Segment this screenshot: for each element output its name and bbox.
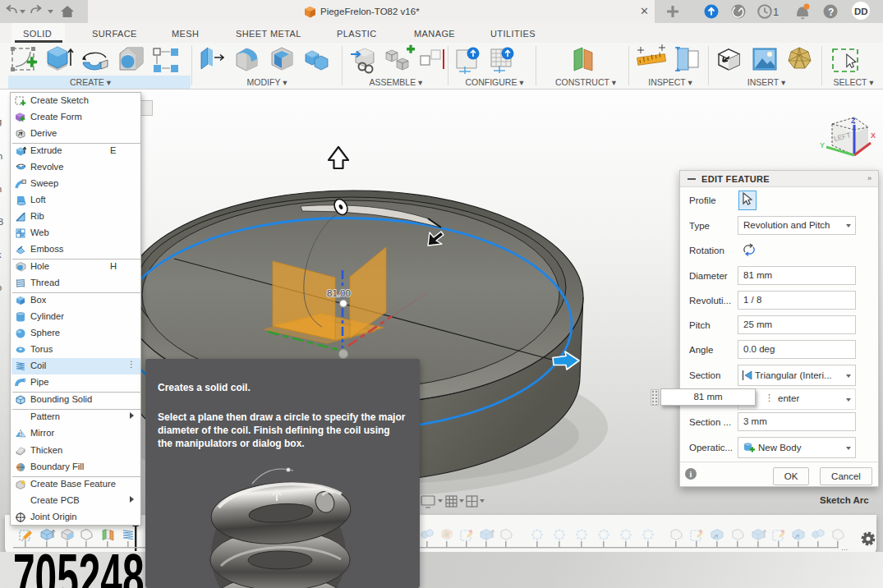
svg-text:...: ... (841, 543, 848, 552)
svg-text:X: X (871, 131, 876, 140)
svg-text:Y: Y (820, 141, 825, 149)
svg-text:DD: DD (854, 7, 868, 16)
svg-text:81.00: 81.00 (327, 288, 351, 298)
svg-text:i: i (690, 470, 692, 479)
svg-text:Z: Z (851, 117, 856, 125)
svg-text:?: ? (828, 7, 834, 18)
svg-text:1: 1 (773, 6, 779, 18)
